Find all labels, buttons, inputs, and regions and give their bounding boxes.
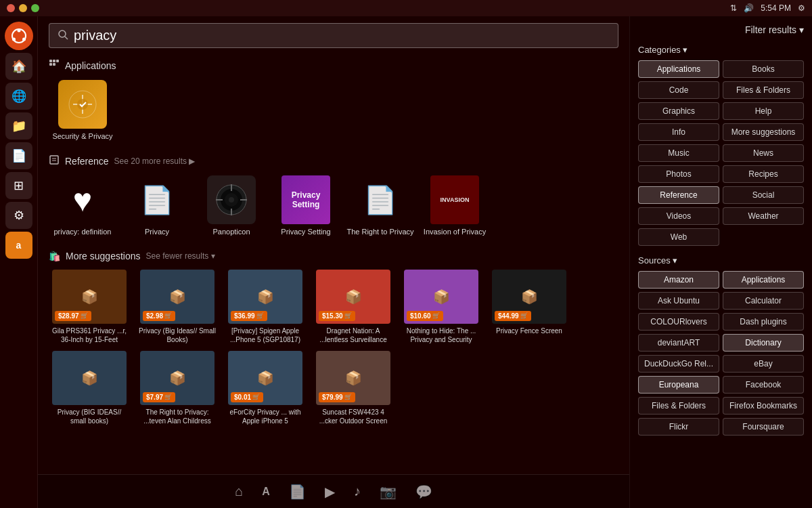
product-item[interactable]: 📦 $15.30🛒 Dragnet Nation: A ...lentless … (313, 270, 394, 344)
bottom-home-icon[interactable]: ⌂ (235, 484, 243, 499)
cat-applications[interactable]: Applications (638, 60, 719, 78)
product-label: Suncast FSW4423 4 ...cker Outdoor Screen (315, 408, 392, 425)
maximize-button[interactable] (31, 4, 39, 12)
sidebar-settings[interactable]: ⚙ (5, 202, 32, 229)
ref-label-3: Privacy Setting (281, 227, 330, 236)
sidebar-home[interactable]: 🏠 (5, 53, 32, 80)
product-item[interactable]: 📦 $79.99🛒 Suncast FSW4423 4 ...cker Outd… (313, 351, 394, 425)
product-thumb: 📦 $28.97🛒 (52, 270, 127, 324)
src-duckduckgo[interactable]: DuckDuckGo Rel... (638, 355, 719, 373)
more-suggestions-title: More suggestions (66, 251, 141, 261)
ref-label-5: Invasion of Privacy (424, 227, 486, 236)
sidebar-files[interactable]: 📁 (5, 112, 32, 140)
search-bar[interactable] (49, 23, 618, 48)
security-privacy-icon (58, 80, 107, 129)
bottom-docs-icon[interactable]: 📄 (289, 484, 306, 500)
ref-item-panopticon[interactable]: Panopticon (198, 175, 265, 236)
more-suggestions-icon: 🛍️ (49, 251, 60, 261)
sidebar-amazon[interactable]: a (5, 232, 32, 259)
src-firefoxbookmarks[interactable]: Firefox Bookmarks (723, 397, 804, 415)
cat-videos[interactable]: Videos (638, 207, 719, 225)
ref-item-invasion[interactable]: INVASION Invasion of Privacy (421, 175, 489, 236)
product-item[interactable]: 📦 $7.97🛒 The Right to Privacy: ...teven … (137, 351, 218, 425)
src-dictionary[interactable]: Dictionary (723, 334, 804, 352)
categories-grid: ApplicationsBooksCodeFiles & FoldersGrap… (638, 60, 804, 246)
product-item[interactable]: 📦 $44.99🛒 Privacy Fence Screen (489, 270, 570, 344)
cat-music[interactable]: Music (638, 144, 719, 162)
src-askubuntu[interactable]: Ask Ubuntu (638, 292, 719, 310)
cat-more-suggestions[interactable]: More suggestions (723, 123, 804, 141)
right-panel: Filter results ▾ Categories ▾ Applicatio… (629, 16, 812, 508)
src-amazon[interactable]: Amazon (638, 271, 719, 289)
product-item[interactable]: 📦 Privacy (BIG IDEAS// small books) (49, 351, 130, 425)
filter-results-label[interactable]: Filter results ▾ (745, 24, 804, 35)
product-item[interactable]: 📦 $36.99🛒 [Privacy] Spigen Apple ...Phon… (225, 270, 306, 344)
cat-code[interactable]: Code (638, 81, 719, 99)
bottom-music-icon[interactable]: ♪ (354, 484, 361, 499)
cat-recipes[interactable]: Recipes (723, 165, 804, 183)
product-thumb: 📦 (52, 351, 127, 405)
product-item[interactable]: 📦 $10.60🛒 Nothing to Hide: The ... Priva… (401, 270, 482, 344)
reference-grid: ♥ privacy: definition 📄 Privacy (49, 175, 618, 236)
src-ebay[interactable]: eBay (723, 355, 804, 373)
cat-news[interactable]: News (723, 144, 804, 162)
ref-item-right-privacy[interactable]: 📄 The Right to Privacy (346, 175, 414, 236)
ref-item-privacy[interactable]: 📄 Privacy (123, 175, 191, 236)
reference-section-header: Reference See 20 more results ▶ (49, 154, 618, 167)
bottom-social-icon[interactable]: 💬 (415, 484, 432, 500)
product-label: Privacy (BIG IDEAS// small books) (51, 408, 129, 425)
src-calculator[interactable]: Calculator (723, 292, 804, 310)
src-flickr[interactable]: Flickr (638, 418, 719, 436)
cat-graphics[interactable]: Graphics (638, 102, 719, 120)
bottom-apps-icon[interactable]: A (262, 486, 270, 498)
src-deviantart[interactable]: deviantART (638, 334, 719, 352)
app-security-privacy[interactable]: Security & Privacy (49, 80, 116, 141)
cat-books[interactable]: Books (723, 60, 804, 78)
cat-social[interactable]: Social (723, 186, 804, 204)
price-tag: $79.99🛒 (319, 392, 355, 402)
bottom-photos-icon[interactable]: 📷 (380, 484, 397, 500)
ref-item-privacy-setting[interactable]: Privacy Setting Privacy Setting (272, 175, 340, 236)
cat-reference[interactable]: Reference (638, 186, 719, 204)
src-filesfolders[interactable]: Files & Folders (638, 397, 719, 415)
main-container: Applications Security & Privacy (38, 16, 812, 508)
product-item[interactable]: 📦 $0.01🛒 eForCity Privacy ... with Apple… (225, 351, 306, 425)
src-applications[interactable]: Applications (723, 271, 804, 289)
cat-weather[interactable]: Weather (723, 207, 804, 225)
cat-web[interactable]: Web (638, 228, 719, 246)
settings-icon[interactable]: ⚙ (798, 3, 805, 13)
product-thumb: 📦 $79.99🛒 (316, 351, 390, 405)
product-label: Dragnet Nation: A ...lentless Surveillan… (315, 326, 392, 344)
ref-label-4: The Right to Privacy (346, 227, 413, 236)
src-colourlovers[interactable]: COLOURlovers (638, 313, 719, 331)
sidebar-apps[interactable]: ⊞ (5, 172, 32, 199)
cat-info[interactable]: Info (638, 123, 719, 141)
src-facebook[interactable]: Facebook (723, 376, 804, 394)
applications-section-header: Applications (49, 59, 618, 72)
doc-icon-1: 📄 (133, 175, 181, 224)
sources-title: Sources ▾ (638, 255, 804, 266)
cat-files-folders[interactable]: Files & Folders (723, 81, 804, 99)
price-tag: $10.60🛒 (407, 311, 443, 321)
filter-results-header[interactable]: Filter results ▾ (638, 24, 804, 35)
svg-point-2 (12, 38, 16, 41)
src-dashplugins[interactable]: Dash plugins (723, 313, 804, 331)
product-thumb: 📦 $2.98🛒 (140, 270, 215, 324)
ubuntu-logo[interactable] (5, 22, 33, 50)
product-item[interactable]: 📦 $28.97🛒 Gila PRS361 Privacy ...r, 36-I… (49, 270, 130, 344)
sidebar-documents[interactable]: 📄 (5, 142, 32, 169)
see-more-reference[interactable]: See 20 more results ▶ (114, 156, 196, 166)
minimize-button[interactable] (19, 4, 27, 12)
src-europeana[interactable]: Europeana (638, 376, 719, 394)
bottom-video-icon[interactable]: ▶ (325, 484, 335, 500)
sidebar-browser[interactable]: 🌐 (5, 83, 32, 110)
cat-photos[interactable]: Photos (638, 165, 719, 183)
src-foursquare[interactable]: Foursquare (723, 418, 804, 436)
see-fewer-btn[interactable]: See fewer results ▾ (146, 251, 215, 261)
close-button[interactable] (7, 4, 15, 12)
search-input[interactable] (74, 28, 610, 43)
ref-item-definition[interactable]: ♥ privacy: definition (49, 175, 116, 236)
applications-grid: Security & Privacy (49, 80, 618, 141)
cat-help[interactable]: Help (723, 102, 804, 120)
product-item[interactable]: 📦 $2.98🛒 Privacy (Big Ideas// Small Book… (137, 270, 218, 344)
